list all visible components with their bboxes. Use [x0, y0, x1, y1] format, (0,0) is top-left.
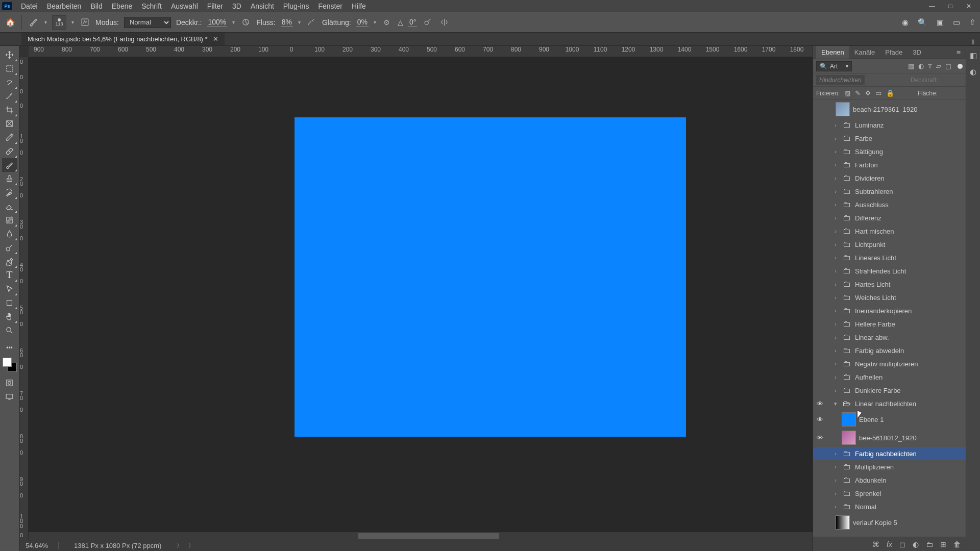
opacity-value[interactable]: 100%	[207, 18, 228, 27]
pressure-opacity-icon[interactable]	[240, 17, 251, 28]
layer-row[interactable]: ›🗀Farbton	[813, 158, 966, 171]
layer-expand-arrow[interactable]: ›	[832, 294, 839, 300]
layer-expand-arrow[interactable]: ›	[832, 374, 839, 380]
filter-pixel-icon[interactable]: ▦	[908, 62, 914, 70]
document-tab[interactable]: Misch Modis.psdc bei 54,6% (Farbig nachb…	[21, 32, 225, 45]
layer-expand-arrow[interactable]: ›	[832, 504, 839, 510]
layer-name[interactable]: Farbig abwedeln	[855, 347, 963, 355]
filter-toggle[interactable]	[958, 64, 963, 69]
close-button[interactable]: ✕	[960, 0, 978, 12]
layer-name[interactable]: Sättigung	[855, 148, 963, 156]
layer-row[interactable]: ›🗀Linear abw.	[813, 331, 966, 344]
layer-row[interactable]: ›🗀Sättigung	[813, 145, 966, 158]
menu-3d[interactable]: 3D	[228, 0, 246, 12]
tool-preset-button[interactable]	[27, 16, 39, 29]
layer-row[interactable]: ›🗀Negativ multiplizieren	[813, 357, 966, 370]
panel-tab-ebenen[interactable]: Ebenen	[816, 46, 849, 59]
layer-row[interactable]: ›🗀Dividieren	[813, 171, 966, 185]
brush-tool[interactable]	[2, 158, 17, 172]
maximize-button[interactable]: □	[941, 0, 960, 12]
collapsed-panel-icon[interactable]: ◐	[970, 67, 976, 77]
layer-name[interactable]: Hart mischen	[855, 228, 963, 235]
layer-expand-arrow[interactable]: ›	[832, 148, 839, 155]
menu-auswahl[interactable]: Auswahl	[166, 0, 203, 12]
panel-tab-pfade[interactable]: Pfade	[880, 46, 908, 59]
dropdown-icon[interactable]: ▾	[374, 19, 376, 25]
tab-overflow-arrows[interactable]: ⟫	[966, 38, 980, 45]
brush-preview[interactable]: 113	[52, 15, 66, 30]
layer-blend-select[interactable]: Hindurchwirken	[816, 75, 865, 85]
share-icon[interactable]: ⇧	[969, 18, 976, 27]
layer-expand-arrow[interactable]: ›	[832, 387, 839, 393]
panel-tab-3d[interactable]: 3D	[908, 46, 926, 59]
airbrush-icon[interactable]	[306, 17, 317, 28]
layer-row[interactable]: ›🗀Multiplizieren	[813, 460, 966, 473]
layer-name[interactable]: Aufhellen	[855, 373, 963, 381]
layer-row[interactable]: ›🗀Farbig abwedeln	[813, 344, 966, 357]
layer-expand-arrow[interactable]: ›	[832, 334, 839, 340]
smoothing-value[interactable]: 0%	[356, 18, 369, 27]
frame-tool[interactable]	[2, 117, 17, 131]
layer-name[interactable]: verlauf Kopie 5	[853, 519, 963, 527]
path-select-tool[interactable]	[2, 282, 17, 296]
lock-artboard-icon[interactable]: ▭	[875, 89, 881, 97]
layer-expand-arrow[interactable]: ›	[832, 308, 839, 314]
layer-expand-arrow[interactable]: ›	[832, 347, 839, 354]
adjustment-layer-icon[interactable]: ◐	[913, 540, 919, 548]
hand-tool[interactable]	[2, 310, 17, 323]
filter-adjust-icon[interactable]: ◐	[918, 62, 924, 70]
layer-name[interactable]: Hartes Licht	[855, 281, 963, 288]
layer-expand-arrow[interactable]: ›	[832, 490, 839, 496]
workspace-icon[interactable]: ▭	[953, 18, 960, 27]
layer-row[interactable]: ›🗀Ineinanderkopieren	[813, 304, 966, 317]
layer-expand-arrow[interactable]: ›	[832, 268, 839, 274]
layer-expand-arrow[interactable]: ›	[832, 321, 839, 327]
dropdown-icon[interactable]: ▾	[298, 19, 301, 25]
home-icon[interactable]: 🏠	[4, 16, 16, 29]
layer-name[interactable]: Dividieren	[855, 174, 963, 182]
filter-smart-icon[interactable]: ▢	[945, 62, 951, 70]
panel-tab-kanäle[interactable]: Kanäle	[849, 46, 880, 59]
layer-row[interactable]: ›🗀Lineares Licht	[813, 251, 966, 264]
lock-position-icon[interactable]: ✥	[865, 89, 871, 97]
layer-name[interactable]: beach-2179361_1920	[853, 106, 963, 113]
new-group-icon[interactable]: 🗀	[926, 540, 933, 548]
lock-transparency-icon[interactable]: ▨	[844, 89, 850, 97]
menu-datei[interactable]: Datei	[16, 0, 42, 12]
layer-expand-arrow[interactable]: ›	[832, 122, 839, 128]
symmetry-icon[interactable]	[438, 17, 450, 28]
layer-name[interactable]: Linear abw.	[855, 334, 963, 341]
dropdown-icon[interactable]: ▾	[71, 19, 74, 25]
menu-ansicht[interactable]: Ansicht	[246, 0, 279, 12]
layer-name[interactable]: Sprenkel	[855, 490, 963, 497]
layer-expand-arrow[interactable]: ›	[832, 281, 839, 287]
menu-plug-ins[interactable]: Plug-ins	[279, 0, 314, 12]
color-swatches[interactable]	[3, 358, 17, 372]
pen-tool[interactable]	[2, 255, 17, 268]
gradient-tool[interactable]	[2, 213, 17, 227]
layer-name[interactable]: Lichtpunkt	[855, 241, 963, 248]
layer-row[interactable]: ›🗀Weiches Licht	[813, 291, 966, 304]
layer-expand-arrow[interactable]: ›	[832, 477, 839, 483]
filter-type-icon[interactable]: T	[928, 62, 932, 70]
layer-search-input[interactable]: 🔍 Art ▾	[816, 61, 852, 71]
layer-expand-arrow[interactable]: ›	[832, 241, 839, 247]
flow-value[interactable]: 8%	[281, 18, 293, 27]
blur-tool[interactable]	[2, 227, 17, 241]
layer-visibility-toggle[interactable]: 👁	[813, 400, 826, 408]
layer-name[interactable]: Multiplizieren	[855, 463, 963, 471]
layer-row[interactable]: ›🗀Strahlendes Licht	[813, 264, 966, 278]
layer-row[interactable]: ›🗀Abdunkeln	[813, 473, 966, 487]
chevron-down-icon[interactable]: ▾	[846, 63, 848, 69]
layer-row[interactable]: ›🗀Luminanz	[813, 118, 966, 132]
layer-expand-arrow[interactable]: ›	[832, 175, 839, 181]
layer-row[interactable]: ›🗀Aufhellen	[813, 370, 966, 384]
layer-row[interactable]: ›🗀Hellere Farbe	[813, 317, 966, 331]
layer-expand-arrow[interactable]: ›	[832, 135, 839, 141]
menu-bearbeiten[interactable]: Bearbeiten	[42, 0, 86, 12]
link-layers-icon[interactable]: ⌘	[872, 540, 879, 548]
layer-row[interactable]: ›🗀Sprenkel	[813, 487, 966, 500]
history-brush-tool[interactable]	[2, 186, 17, 199]
layer-name[interactable]: Strahlendes Licht	[855, 267, 963, 275]
layer-row[interactable]: ›🗀Subtrahieren	[813, 185, 966, 198]
